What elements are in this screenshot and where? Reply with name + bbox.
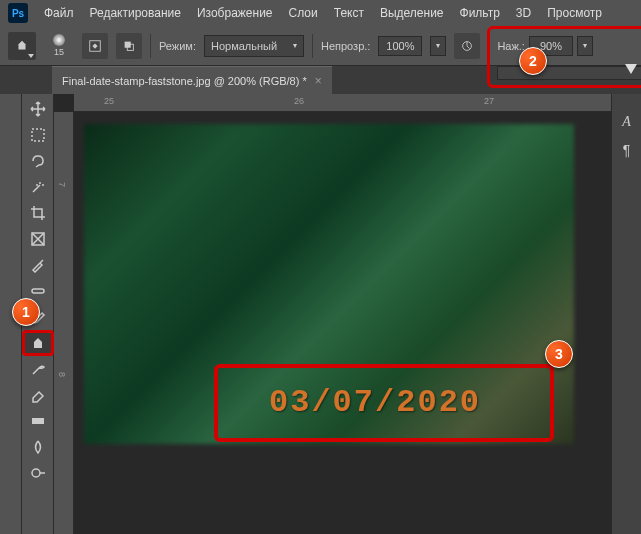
crop-tool-icon[interactable]	[22, 200, 54, 226]
callout-1: 1	[12, 298, 40, 326]
flow-label: Наж.:	[497, 40, 525, 52]
svg-point-8	[32, 469, 40, 477]
flow-dropdown-icon[interactable]: ▾	[577, 36, 593, 56]
opacity-label: Непрозр.:	[321, 40, 370, 52]
menu-image[interactable]: Изображение	[197, 6, 273, 20]
menu-filter[interactable]: Фильтр	[460, 6, 500, 20]
menubar: Ps Файл Редактирование Изображение Слои …	[0, 0, 641, 26]
flow-slider-handle[interactable]	[625, 64, 637, 74]
ps-logo-icon: Ps	[8, 3, 28, 23]
svg-rect-7	[32, 418, 44, 424]
flow-slider[interactable]	[497, 66, 641, 80]
menu-layer[interactable]: Слои	[289, 6, 318, 20]
menu-edit[interactable]: Редактирование	[90, 6, 181, 20]
clone-source-icon[interactable]	[116, 33, 142, 59]
horizontal-ruler: 25 26 27	[74, 94, 611, 112]
move-tool-icon[interactable]	[22, 96, 54, 122]
date-stamp-text: 03/07/2020	[269, 384, 481, 421]
vertical-ruler: 7 8	[54, 112, 74, 534]
history-brush-tool-icon[interactable]	[22, 356, 54, 382]
svg-rect-6	[32, 289, 44, 293]
eyedropper-tool-icon[interactable]	[22, 252, 54, 278]
menu-view[interactable]: Просмотр	[547, 6, 602, 20]
brush-settings-icon[interactable]	[82, 33, 108, 59]
mode-label: Режим:	[159, 40, 196, 52]
brush-size-value: 15	[54, 47, 64, 57]
opacity-dropdown-icon[interactable]: ▾	[430, 36, 446, 56]
blend-mode-dropdown[interactable]: Нормальный	[204, 35, 304, 57]
flow-control-group: Наж.: 90% ▾	[497, 36, 593, 56]
right-panel-dock: A ¶	[611, 94, 641, 534]
opacity-value[interactable]: 100%	[378, 36, 422, 56]
menu-type[interactable]: Текст	[334, 6, 364, 20]
menu-3d[interactable]: 3D	[516, 6, 531, 20]
gradient-tool-icon[interactable]	[22, 408, 54, 434]
lasso-tool-icon[interactable]	[22, 148, 54, 174]
document-tab-title: Final-date-stamp-faststone.jpg @ 200% (R…	[62, 75, 307, 87]
clone-stamp-tool-icon[interactable]	[22, 330, 54, 356]
svg-rect-4	[32, 129, 44, 141]
paragraph-panel-icon[interactable]: ¶	[623, 142, 631, 158]
pressure-opacity-icon[interactable]	[454, 33, 480, 59]
eraser-tool-icon[interactable]	[22, 382, 54, 408]
menu-file[interactable]: Файл	[44, 6, 74, 20]
dodge-tool-icon[interactable]	[22, 460, 54, 486]
frame-tool-icon[interactable]	[22, 226, 54, 252]
canvas-area: 25 26 27 7 8 03/07/2020	[54, 94, 611, 534]
document-tab[interactable]: Final-date-stamp-faststone.jpg @ 200% (R…	[52, 66, 332, 94]
tool-preset-picker[interactable]	[8, 32, 36, 60]
blur-tool-icon[interactable]	[22, 434, 54, 460]
menu-select[interactable]: Выделение	[380, 6, 444, 20]
callout-3: 3	[545, 340, 573, 368]
brush-preset-picker[interactable]: 15	[44, 31, 74, 61]
character-panel-icon[interactable]: A	[622, 114, 631, 130]
callout-2: 2	[519, 47, 547, 75]
marquee-tool-icon[interactable]	[22, 122, 54, 148]
tab-close-icon[interactable]: ×	[315, 74, 322, 88]
magic-wand-tool-icon[interactable]	[22, 174, 54, 200]
